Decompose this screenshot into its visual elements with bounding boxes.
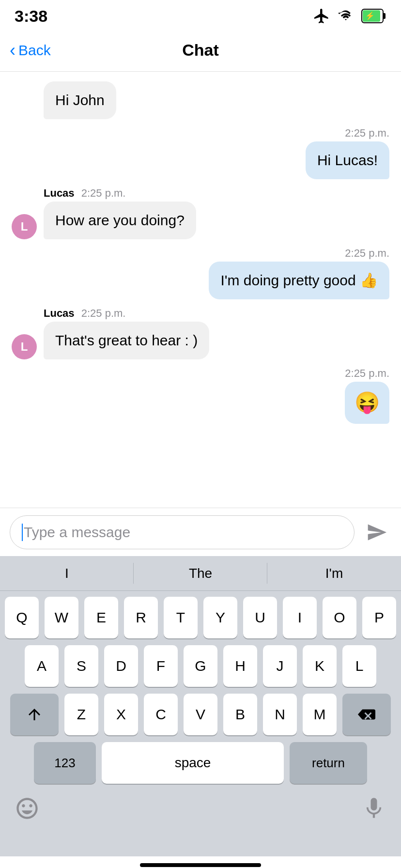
status-time: 3:38 bbox=[15, 7, 47, 26]
predictive-label: I bbox=[65, 566, 69, 581]
airplane-icon bbox=[313, 7, 330, 25]
bubble-wrapper: 2:25 p.m. I'm doing pretty good 👍 bbox=[209, 247, 389, 299]
keys-area: Q W E R T Y U I O P A S D F G H J K L bbox=[0, 591, 401, 784]
key-z[interactable]: Z bbox=[64, 694, 98, 735]
avatar: L bbox=[12, 214, 37, 239]
nav-bar: ‹ Back Chat bbox=[0, 29, 401, 72]
predictive-item-im[interactable]: I'm bbox=[267, 556, 401, 590]
svg-text:⚡: ⚡ bbox=[365, 11, 375, 20]
mic-button[interactable] bbox=[361, 796, 386, 823]
key-n[interactable]: N bbox=[263, 694, 297, 735]
key-f[interactable]: F bbox=[144, 645, 178, 687]
message-bubble: How are you doing? bbox=[44, 202, 196, 239]
message-time: 2:25 p.m. bbox=[345, 247, 389, 260]
keyboard-bottom-bar bbox=[0, 784, 401, 827]
message-time: 2:25 p.m. bbox=[345, 127, 389, 140]
key-o[interactable]: O bbox=[323, 597, 356, 638]
back-label: Back bbox=[18, 42, 51, 59]
status-bar: 3:38 ⚡ bbox=[0, 0, 401, 29]
delete-icon bbox=[357, 707, 376, 722]
table-row: 2:25 p.m. I'm doing pretty good 👍 bbox=[12, 247, 389, 299]
table-row: 2:25 p.m. 😝 bbox=[12, 367, 389, 424]
key-row-4: 123 space return bbox=[3, 742, 398, 784]
message-bubble: That's great to hear : ) bbox=[44, 322, 209, 359]
message-bubble: Hi John bbox=[44, 81, 116, 119]
key-i[interactable]: I bbox=[283, 597, 317, 638]
home-indicator bbox=[140, 863, 261, 867]
key-t[interactable]: T bbox=[164, 597, 198, 638]
message-bubble: I'm doing pretty good 👍 bbox=[209, 262, 389, 299]
bubble-wrapper: 2:25 p.m. 😝 bbox=[345, 367, 389, 424]
key-y[interactable]: Y bbox=[203, 597, 237, 638]
message-time: 2:25 p.m. bbox=[345, 367, 389, 380]
key-e[interactable]: E bbox=[84, 597, 118, 638]
key-d[interactable]: D bbox=[104, 645, 138, 687]
message-bubble: 😝 bbox=[345, 382, 389, 424]
predictive-item-the[interactable]: The bbox=[134, 556, 267, 590]
key-l[interactable]: L bbox=[342, 645, 376, 687]
key-a[interactable]: A bbox=[25, 645, 59, 687]
table-row: 2:25 p.m. Hi Lucas! bbox=[12, 127, 389, 179]
status-icons: ⚡ bbox=[313, 7, 386, 25]
predictive-row: I The I'm bbox=[0, 556, 401, 591]
bubble-wrapper: Lucas 2:25 p.m. How are you doing? bbox=[44, 187, 196, 239]
shift-icon bbox=[26, 706, 43, 723]
nav-title: Chat bbox=[182, 41, 219, 60]
emoji-button[interactable] bbox=[15, 796, 40, 823]
message-placeholder: Type a message bbox=[24, 524, 130, 541]
key-c[interactable]: C bbox=[144, 694, 178, 735]
key-row-2: A S D F G H J K L bbox=[3, 645, 398, 687]
space-key[interactable]: space bbox=[102, 742, 284, 784]
back-chevron-icon: ‹ bbox=[10, 42, 15, 59]
message-input-area: Type a message bbox=[0, 508, 401, 556]
send-button[interactable] bbox=[362, 518, 391, 547]
key-p[interactable]: P bbox=[362, 597, 396, 638]
key-k[interactable]: K bbox=[303, 645, 337, 687]
table-row: Hi John bbox=[12, 81, 389, 119]
delete-key[interactable] bbox=[342, 694, 391, 735]
message-time: 2:25 p.m. bbox=[81, 307, 126, 319]
table-row: L Lucas 2:25 p.m. How are you doing? bbox=[12, 187, 389, 239]
key-w[interactable]: W bbox=[45, 597, 78, 638]
message-meta: Lucas 2:25 p.m. bbox=[44, 307, 125, 320]
key-s[interactable]: S bbox=[64, 645, 98, 687]
bubble-wrapper: 2:25 p.m. Hi Lucas! bbox=[306, 127, 389, 179]
wifi-icon bbox=[336, 7, 355, 25]
return-key[interactable]: return bbox=[290, 742, 367, 784]
key-x[interactable]: X bbox=[104, 694, 138, 735]
message-meta: Lucas 2:25 p.m. bbox=[44, 187, 125, 200]
mic-icon bbox=[361, 796, 386, 821]
key-g[interactable]: G bbox=[184, 645, 217, 687]
bubble-wrapper: Lucas 2:25 p.m. That's great to hear : ) bbox=[44, 307, 209, 359]
svg-rect-1 bbox=[383, 13, 386, 19]
number-key[interactable]: 123 bbox=[34, 742, 96, 784]
message-input[interactable]: Type a message bbox=[10, 515, 355, 549]
key-r[interactable]: R bbox=[124, 597, 158, 638]
chat-area: Hi John 2:25 p.m. Hi Lucas! L Lucas 2:25… bbox=[0, 72, 401, 508]
predictive-item-i[interactable]: I bbox=[0, 556, 134, 590]
battery-icon: ⚡ bbox=[361, 9, 386, 23]
sender-name: Lucas bbox=[44, 187, 75, 199]
predictive-label: I'm bbox=[325, 566, 343, 581]
key-j[interactable]: J bbox=[263, 645, 297, 687]
key-row-1: Q W E R T Y U I O P bbox=[3, 597, 398, 638]
home-indicator-row bbox=[0, 856, 401, 867]
shift-key[interactable] bbox=[10, 694, 59, 735]
key-row-3: Z X C V B N M bbox=[3, 694, 398, 735]
key-u[interactable]: U bbox=[243, 597, 277, 638]
key-b[interactable]: B bbox=[223, 694, 257, 735]
key-q[interactable]: Q bbox=[5, 597, 39, 638]
key-h[interactable]: H bbox=[223, 645, 257, 687]
send-icon bbox=[366, 522, 387, 543]
sender-name: Lucas bbox=[44, 307, 75, 319]
back-button[interactable]: ‹ Back bbox=[10, 42, 51, 59]
keyboard: I The I'm Q W E R T Y U I O P A S D F bbox=[0, 556, 401, 856]
predictive-label: The bbox=[189, 566, 212, 581]
table-row: L Lucas 2:25 p.m. That's great to hear :… bbox=[12, 307, 389, 359]
avatar: L bbox=[12, 334, 37, 359]
message-bubble: Hi Lucas! bbox=[306, 141, 389, 179]
bubble-wrapper: Hi John bbox=[44, 81, 116, 119]
cursor bbox=[22, 524, 23, 541]
key-m[interactable]: M bbox=[303, 694, 337, 735]
key-v[interactable]: V bbox=[184, 694, 217, 735]
